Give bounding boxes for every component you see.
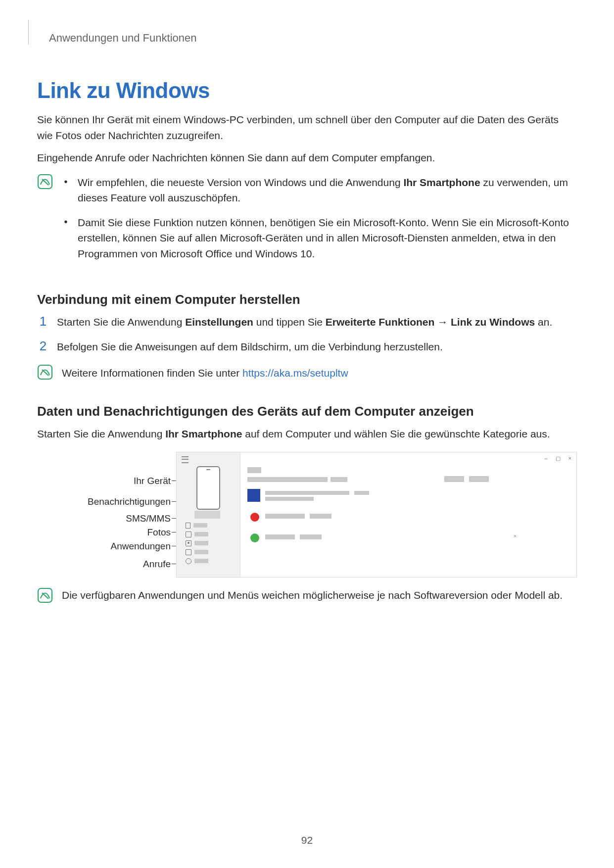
window-close-icon[interactable]: × (568, 455, 572, 462)
note-block-link: Weitere Informationen finden Sie unter h… (37, 363, 577, 382)
callout-photos: Fotos (147, 527, 171, 538)
sidebar-item-calls[interactable] (186, 558, 208, 564)
section-heading-connect: Verbindung mit einem Computer herstellen (37, 292, 577, 307)
note-block-availability: Die verfügbaren Anwendungen und Menüs we… (37, 586, 577, 605)
content-block (331, 477, 347, 482)
callout-your-device: Ihr Gerät (134, 476, 171, 486)
sidebar-device-label (194, 511, 220, 519)
content-block (265, 497, 314, 501)
content-block (444, 476, 464, 482)
breadcrumb: Anwendungen und Funktionen (49, 32, 577, 45)
content-block (300, 534, 322, 539)
setup-link[interactable]: https://aka.ms/setupltw (242, 367, 348, 379)
hamburger-icon[interactable] (182, 456, 189, 463)
callout-apps: Anwendungen (111, 541, 171, 552)
intro-paragraph-1: Sie können Ihr Gerät mit einem Windows-P… (37, 112, 577, 143)
window-minimize-icon[interactable]: – (544, 455, 548, 462)
note-icon (37, 174, 53, 271)
step-number-1: 1 (37, 314, 49, 330)
app-tile-icon (247, 489, 260, 502)
app-sidebar (177, 452, 240, 577)
step-2-text: Befolgen Sie die Anweisungen auf dem Bil… (57, 339, 577, 355)
note-icon (37, 587, 53, 605)
content-block (310, 514, 331, 519)
note-bullet-2: Damit Sie diese Funktion nutzen können, … (78, 215, 577, 262)
note-final-text: Die verfügbaren Anwendungen und Menüs we… (62, 586, 577, 605)
content-block (265, 534, 295, 539)
sidebar-item-sms[interactable] (186, 531, 208, 537)
content-block (247, 467, 261, 473)
bullet-dot-icon: • (62, 215, 70, 262)
notification-dot-icon (250, 533, 259, 542)
sidebar-item-notifications[interactable] (186, 523, 207, 529)
window-maximize-icon[interactable]: ▢ (556, 455, 562, 462)
step-1-text: Starten Sie die Anwendung Einstellungen … (57, 314, 577, 330)
content-block (265, 491, 349, 495)
page-number: 92 (0, 834, 614, 846)
page-title: Link zu Windows (37, 78, 577, 103)
note-icon (37, 364, 53, 382)
note-link-pre: Weitere Informationen finden Sie unter (62, 367, 242, 379)
callout-calls: Anrufe (143, 559, 171, 570)
callout-notifications: Benachrichtigungen (88, 496, 171, 507)
content-block (265, 514, 305, 519)
content-block (354, 491, 369, 495)
your-phone-app-diagram: Ihr Gerät Benachrichtigungen SMS/MMS Fot… (37, 452, 577, 580)
app-main-pane: – ▢ × (240, 452, 576, 577)
bullet-dot-icon: • (62, 175, 70, 206)
note-bullet-1: Wir empfehlen, die neueste Version von W… (78, 175, 577, 206)
phone-preview (196, 466, 220, 510)
content-block (247, 477, 328, 482)
section2-paragraph: Starten Sie die Anwendung Ihr Smartphone… (37, 426, 577, 442)
callout-sms: SMS/MMS (126, 513, 171, 524)
notification-dot-icon (250, 513, 259, 522)
sidebar-item-apps[interactable] (186, 549, 208, 555)
sidebar-item-photos[interactable] (186, 540, 208, 546)
intro-paragraph-2: Eingehende Anrufe oder Nachrichten könne… (37, 150, 577, 166)
note-block-recommendations: • Wir empfehlen, die neueste Version von… (37, 173, 577, 271)
content-block (469, 476, 489, 482)
app-window: – ▢ × (176, 452, 577, 578)
section-heading-view-data: Daten und Benachrichtigungen des Geräts … (37, 404, 577, 419)
step-number-2: 2 (37, 339, 49, 355)
dismiss-icon[interactable]: × (514, 533, 519, 538)
